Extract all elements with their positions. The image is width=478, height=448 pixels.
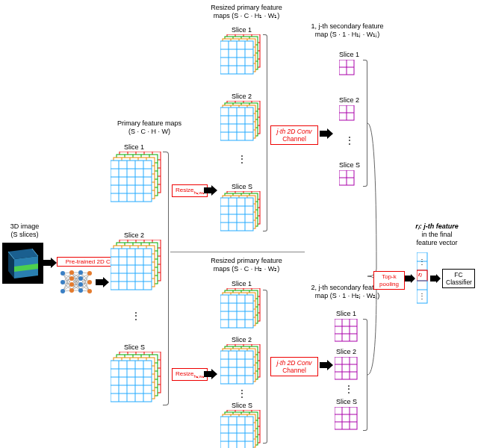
svg-marker-62 xyxy=(96,277,109,287)
arrow-icon xyxy=(204,185,217,196)
vdots-icon: ⋮ xyxy=(131,314,140,318)
feature-stack-icon xyxy=(220,34,264,78)
feature-stack-icon xyxy=(111,352,164,405)
bracket-icon xyxy=(263,290,267,444)
resized-top-title-l1: Resized primary feature xyxy=(211,4,282,11)
resized-bot-title-l2: maps (S · C · H₂ · W₂) xyxy=(214,265,280,273)
vdots-icon: ⋮ xyxy=(345,138,354,143)
svg-point-50 xyxy=(60,289,65,293)
resized-bot-slice1: Slice 1 xyxy=(232,280,252,288)
input-title-l1: 3D image xyxy=(10,223,40,230)
arrow-icon xyxy=(96,277,109,287)
svg-rect-126 xyxy=(111,249,152,290)
vdots-icon: ⋮ xyxy=(238,157,246,161)
svg-rect-362 xyxy=(335,407,357,429)
sec-top-slice1: Slice 1 xyxy=(339,51,359,59)
topk-block: Top-k pooling xyxy=(373,271,405,290)
small-grid-icon xyxy=(339,105,356,122)
small-grid-icon xyxy=(335,407,358,431)
primary-title-l1: Primary feature maps xyxy=(117,119,181,127)
bracket-icon xyxy=(163,152,169,405)
resize2-block: Resizeh₂,w₂ xyxy=(172,368,208,381)
primary-slice2-label: Slice 2 xyxy=(124,231,144,240)
svg-point-55 xyxy=(78,270,83,275)
svg-text:⋮: ⋮ xyxy=(418,292,426,300)
arrow-icon xyxy=(320,128,333,139)
svg-point-59 xyxy=(87,271,92,276)
feature-stack-icon xyxy=(220,344,264,388)
svg-point-49 xyxy=(60,280,65,284)
svg-marker-376 xyxy=(430,274,441,283)
arrow-icon xyxy=(430,274,441,283)
rj-sub: in the final xyxy=(421,231,452,238)
conv-top-block: j-th 2D Conv Channel xyxy=(270,125,318,145)
svg-point-52 xyxy=(69,276,74,281)
sec-top-slice2: Slice 2 xyxy=(339,96,359,105)
svg-rect-357 xyxy=(335,357,357,379)
small-grid-icon xyxy=(339,170,356,187)
sec-bot-slice2: Slice 2 xyxy=(336,348,356,356)
nn-icon xyxy=(58,269,94,296)
svg-point-51 xyxy=(69,270,74,275)
small-grid-icon xyxy=(335,357,358,381)
resized-top-title-l2: maps (S · C · H₁ · W₁) xyxy=(214,12,280,19)
arrow-icon xyxy=(320,360,333,370)
svg-point-57 xyxy=(78,282,83,287)
svg-rect-90 xyxy=(111,161,152,202)
input-title-l2: (S slices) xyxy=(10,231,38,238)
feature-stack-icon xyxy=(111,152,164,205)
fc-classifier-block: FC Classifier xyxy=(442,269,475,288)
small-grid-icon xyxy=(339,60,356,76)
feature-stack-icon xyxy=(111,240,164,293)
rj-title: rⱼ: j-th feature xyxy=(415,223,459,230)
arrow-icon xyxy=(43,258,57,268)
svg-point-54 xyxy=(69,288,74,293)
volume-icon xyxy=(2,243,43,284)
svg-rect-352 xyxy=(335,319,357,341)
svg-point-53 xyxy=(69,282,74,287)
divider xyxy=(170,252,305,252)
svg-point-58 xyxy=(78,288,83,293)
secondary-top-title-l1: 1, j-th secondary feature xyxy=(311,22,383,30)
resized-bot-title-l1: Resized primary feature xyxy=(211,257,282,264)
conv-bot-block: j-th 2D Conv Channel xyxy=(270,357,318,376)
rj-sub2: feature vector xyxy=(416,239,457,246)
bracket-icon xyxy=(263,34,267,231)
feature-stack-icon xyxy=(220,101,264,144)
feature-stack-icon xyxy=(220,410,264,448)
svg-marker-257 xyxy=(320,128,333,139)
svg-marker-342 xyxy=(320,360,333,370)
rj-cell-label: rⱼ xyxy=(418,271,421,278)
sec-bot-sliceS: Slice S xyxy=(336,398,357,406)
svg-point-60 xyxy=(87,280,92,284)
resized-bot-slice2: Slice 2 xyxy=(232,336,252,344)
svg-marker-7 xyxy=(43,258,57,268)
svg-point-61 xyxy=(87,289,92,293)
primary-sliceS-label: Slice S xyxy=(124,343,145,352)
primary-slice1-label: Slice 1 xyxy=(124,143,144,152)
arrow-icon xyxy=(204,369,217,379)
primary-title-l2: (S · C · H · W) xyxy=(128,128,170,135)
vdots-icon: ⋮ xyxy=(238,391,246,396)
resized-bot-sliceS: Slice S xyxy=(232,402,252,410)
small-grid-icon xyxy=(335,319,358,343)
feature-vector-icon: ⋮ ⋮ rⱼ xyxy=(417,252,430,306)
sec-top-sliceS: Slice S xyxy=(339,161,360,169)
vdots-icon: ⋮ xyxy=(344,387,353,391)
resized-top-slice1: Slice 1 xyxy=(232,26,252,34)
secondary-top-title-l2: map (S · 1 · H₁ⱼ · W₁ⱼ) xyxy=(315,31,380,38)
svg-point-56 xyxy=(78,276,83,281)
svg-marker-367 xyxy=(405,274,415,283)
feature-stack-icon xyxy=(220,191,264,234)
connector-icon xyxy=(367,60,381,433)
svg-text:⋮: ⋮ xyxy=(418,258,426,266)
svg-point-48 xyxy=(60,271,65,276)
sec-bot-slice1: Slice 1 xyxy=(336,310,356,318)
svg-marker-171 xyxy=(204,185,217,196)
resized-top-slice2: Slice 2 xyxy=(232,93,252,101)
feature-stack-icon xyxy=(220,288,264,332)
resized-top-sliceS: Slice S xyxy=(232,183,252,191)
resize1-block: Resizeh₁,w₁ xyxy=(172,184,208,197)
svg-marker-172 xyxy=(204,369,217,379)
arrow-icon xyxy=(405,274,415,283)
